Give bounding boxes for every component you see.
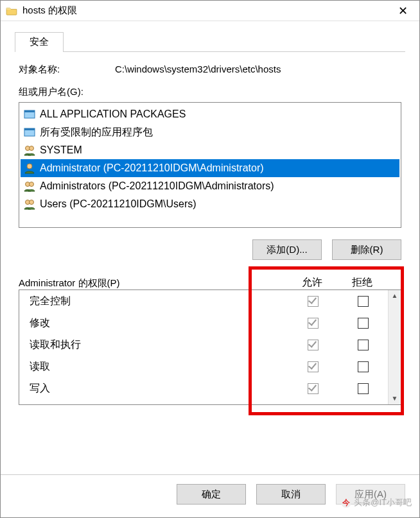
tab-security[interactable]: 安全 (15, 32, 64, 52)
permission-row: 读取和执行 (19, 334, 388, 356)
allow-cell (288, 295, 338, 307)
deny-header: 拒绝 (337, 276, 387, 289)
dialog-footer: 确定 取消 应用(A) 今 头条@IT小哥吧 (1, 474, 419, 517)
permission-row: 特殊权限 (19, 399, 388, 404)
allow-checkbox (308, 383, 319, 394)
permission-name: 读取 (19, 360, 288, 374)
object-name-label: 对象名称: (19, 64, 115, 76)
group-item[interactable]: Administrators (PC-20211210IDGM\Administ… (21, 177, 399, 195)
group-item-label: Administrators (PC-20211210IDGM\Administ… (40, 180, 274, 192)
package-icon (23, 126, 36, 138)
deny-cell (338, 361, 388, 372)
permission-row: 修改 (19, 312, 388, 334)
dialog-content: 安全 对象名称: C:\windows\system32\drivers\etc… (1, 21, 419, 474)
group-item-label: 所有受限制的应用程序包 (40, 126, 153, 139)
group-item[interactable]: Users (PC-20211210IDGM\Users) (21, 195, 399, 213)
allow-cell (288, 339, 338, 350)
deny-checkbox[interactable] (358, 296, 369, 307)
add-button[interactable]: 添加(D)... (252, 239, 322, 260)
tab-page-security: 对象名称: C:\windows\system32\drivers\etc\ho… (15, 52, 405, 474)
svg-point-10 (30, 200, 34, 205)
permission-name: 读取和执行 (19, 338, 288, 352)
deny-cell (338, 339, 388, 350)
permission-row: 读取 (19, 356, 388, 377)
groups-listbox[interactable]: ALL APPLICATION PACKAGES所有受限制的应用程序包SYSTE… (19, 102, 401, 228)
deny-cell (338, 317, 388, 329)
svg-rect-3 (24, 128, 35, 130)
deny-checkbox[interactable] (358, 340, 369, 350)
permission-row: 完全控制 (19, 290, 388, 312)
svg-point-6 (27, 164, 32, 169)
watermark: 今 头条@IT小哥吧 (341, 497, 412, 508)
permissions-scrollbar[interactable]: ▲ ▼ (388, 290, 401, 404)
ok-button[interactable]: 确定 (177, 484, 246, 505)
permissions-header: Administrator 的权限(P) 允许 拒绝 (19, 270, 401, 289)
svg-point-8 (30, 182, 34, 187)
allow-checkbox (308, 318, 319, 329)
tabs-strip: 安全 (15, 31, 405, 52)
folder-icon (6, 6, 17, 15)
svg-point-5 (30, 146, 34, 151)
group-item[interactable]: SYSTEM (21, 141, 399, 159)
group-item-label: Users (PC-20211210IDGM\Users) (40, 198, 197, 210)
allow-header: 允许 (287, 276, 337, 289)
permission-name: 修改 (19, 316, 288, 330)
group-item-label: SYSTEM (40, 144, 82, 156)
deny-checkbox[interactable] (358, 318, 369, 329)
groups-label: 组或用户名(G): (19, 86, 401, 98)
package-icon (23, 108, 36, 120)
allow-cell (288, 383, 338, 394)
group-item-label: Administrator (PC-20211210IDGM\Administr… (40, 162, 264, 174)
watermark-icon: 今 (341, 497, 351, 508)
cancel-button[interactable]: 取消 (256, 484, 326, 505)
deny-cell (338, 295, 388, 307)
permission-row: 写入 (19, 377, 388, 399)
group-item[interactable]: Administrator (PC-20211210IDGM\Administr… (21, 159, 399, 177)
scroll-down-icon[interactable]: ▼ (389, 393, 401, 404)
permission-name: 写入 (19, 382, 288, 395)
permission-name: 完全控制 (19, 295, 288, 308)
watermark-text: 头条@IT小哥吧 (354, 497, 412, 508)
allow-checkbox (308, 296, 319, 307)
scroll-up-icon[interactable]: ▲ (389, 290, 401, 302)
group-icon (23, 180, 36, 192)
close-button[interactable]: ✕ (392, 1, 414, 21)
allow-checkbox (308, 361, 319, 372)
remove-button[interactable]: 删除(R) (332, 239, 401, 260)
group-icon (23, 144, 36, 156)
object-name-value: C:\windows\system32\drivers\etc\hosts (115, 64, 281, 76)
allow-cell (288, 317, 338, 329)
permissions-dialog: hosts 的权限 ✕ 安全 对象名称: C:\windows\system32… (0, 0, 420, 518)
group-item[interactable]: 所有受限制的应用程序包 (21, 123, 399, 141)
permissions-listbox: 完全控制修改读取和执行读取写入特殊权限 ▲ ▼ (19, 289, 401, 405)
permissions-title: Administrator 的权限(P) (19, 277, 287, 289)
group-icon (23, 198, 36, 210)
object-name-row: 对象名称: C:\windows\system32\drivers\etc\ho… (19, 64, 401, 76)
allow-checkbox (308, 340, 319, 350)
user-icon (23, 162, 36, 174)
deny-checkbox[interactable] (358, 383, 369, 394)
svg-rect-1 (24, 110, 35, 112)
window-title: hosts 的权限 (22, 4, 392, 17)
permission-name: 特殊权限 (19, 404, 288, 405)
group-item[interactable]: ALL APPLICATION PACKAGES (21, 105, 399, 123)
permissions-list: 完全控制修改读取和执行读取写入特殊权限 (19, 290, 388, 404)
permissions-section: Administrator 的权限(P) 允许 拒绝 完全控制修改读取和执行读取… (19, 270, 401, 405)
allow-cell (288, 361, 338, 372)
group-item-label: ALL APPLICATION PACKAGES (40, 108, 186, 120)
deny-checkbox[interactable] (358, 361, 369, 372)
title-bar: hosts 的权限 ✕ (1, 1, 419, 21)
group-button-row: 添加(D)... 删除(R) (19, 239, 401, 260)
deny-cell (338, 383, 388, 394)
